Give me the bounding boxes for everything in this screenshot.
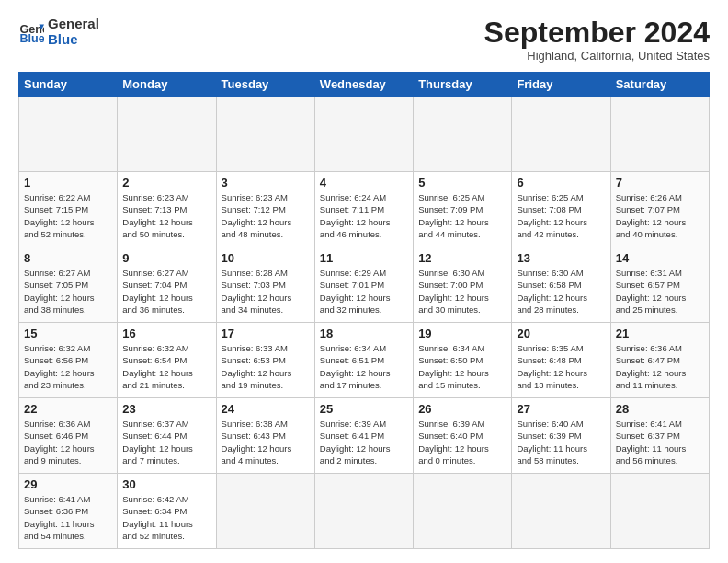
weekday-header-row: SundayMondayTuesdayWednesdayThursdayFrid… [19, 73, 710, 97]
day-info: Sunrise: 6:36 AM Sunset: 6:47 PM Dayligh… [616, 342, 704, 391]
calendar-table: SundayMondayTuesdayWednesdayThursdayFrid… [18, 72, 710, 549]
day-info: Sunrise: 6:27 AM Sunset: 7:04 PM Dayligh… [122, 267, 210, 316]
day-info: Sunrise: 6:30 AM Sunset: 6:58 PM Dayligh… [517, 267, 605, 316]
logo-icon: General Blue [18, 19, 44, 45]
calendar-cell: 15Sunrise: 6:32 AM Sunset: 6:56 PM Dayli… [19, 323, 118, 398]
calendar-cell [512, 97, 610, 172]
calendar-cell: 5Sunrise: 6:25 AM Sunset: 7:09 PM Daylig… [414, 172, 512, 247]
calendar-cell [216, 97, 314, 172]
title-block: September 2024 Highland, California, Uni… [484, 17, 710, 63]
calendar-cell [314, 474, 413, 549]
calendar-week-0 [19, 97, 710, 172]
calendar-cell: 17Sunrise: 6:33 AM Sunset: 6:53 PM Dayli… [216, 323, 314, 398]
day-number: 22 [24, 402, 112, 416]
calendar-cell [512, 474, 610, 549]
day-number: 25 [320, 402, 408, 416]
day-number: 21 [616, 327, 704, 340]
day-info: Sunrise: 6:29 AM Sunset: 7:01 PM Dayligh… [320, 267, 408, 316]
calendar-cell: 22Sunrise: 6:36 AM Sunset: 6:46 PM Dayli… [19, 398, 118, 474]
calendar-cell: 23Sunrise: 6:37 AM Sunset: 6:44 PM Dayli… [118, 398, 216, 474]
calendar-cell: 27Sunrise: 6:40 AM Sunset: 6:39 PM Dayli… [512, 398, 610, 474]
day-number: 19 [418, 327, 506, 340]
day-info: Sunrise: 6:33 AM Sunset: 6:53 PM Dayligh… [222, 342, 310, 391]
weekday-header-thursday: Thursday [414, 73, 512, 97]
day-info: Sunrise: 6:39 AM Sunset: 6:40 PM Dayligh… [418, 418, 506, 466]
calendar-cell [610, 474, 709, 549]
day-number: 8 [24, 251, 112, 265]
logo: General Blue General Blue [18, 17, 99, 47]
day-info: Sunrise: 6:26 AM Sunset: 7:07 PM Dayligh… [616, 191, 704, 240]
day-number: 4 [320, 176, 408, 190]
day-info: Sunrise: 6:32 AM Sunset: 6:54 PM Dayligh… [122, 342, 210, 391]
day-info: Sunrise: 6:38 AM Sunset: 6:43 PM Dayligh… [222, 418, 310, 466]
day-info: Sunrise: 6:42 AM Sunset: 6:34 PM Dayligh… [122, 493, 210, 542]
day-number: 1 [24, 176, 112, 190]
calendar-cell: 26Sunrise: 6:39 AM Sunset: 6:40 PM Dayli… [414, 398, 512, 474]
calendar-week-4: 22Sunrise: 6:36 AM Sunset: 6:46 PM Dayli… [19, 398, 710, 474]
day-number: 16 [122, 327, 210, 340]
day-number: 6 [517, 176, 605, 190]
calendar-cell: 6Sunrise: 6:25 AM Sunset: 7:08 PM Daylig… [512, 172, 610, 247]
day-number: 14 [616, 251, 704, 265]
day-number: 27 [517, 402, 605, 416]
calendar-week-3: 15Sunrise: 6:32 AM Sunset: 6:56 PM Dayli… [19, 323, 710, 398]
day-info: Sunrise: 6:41 AM Sunset: 6:36 PM Dayligh… [24, 493, 112, 542]
calendar-cell [414, 97, 512, 172]
calendar-cell: 25Sunrise: 6:39 AM Sunset: 6:41 PM Dayli… [314, 398, 413, 474]
day-number: 26 [418, 402, 506, 416]
calendar-page: General Blue General Blue September 2024… [0, 0, 728, 563]
day-info: Sunrise: 6:23 AM Sunset: 7:13 PM Dayligh… [122, 191, 210, 240]
day-number: 18 [320, 327, 408, 340]
day-number: 9 [122, 251, 210, 265]
calendar-cell: 16Sunrise: 6:32 AM Sunset: 6:54 PM Dayli… [118, 323, 216, 398]
day-number: 30 [122, 477, 210, 491]
day-number: 20 [517, 327, 605, 340]
calendar-cell [414, 474, 512, 549]
calendar-cell: 3Sunrise: 6:23 AM Sunset: 7:12 PM Daylig… [216, 172, 314, 247]
calendar-cell: 11Sunrise: 6:29 AM Sunset: 7:01 PM Dayli… [314, 247, 413, 323]
calendar-week-5: 29Sunrise: 6:41 AM Sunset: 6:36 PM Dayli… [19, 474, 710, 549]
day-info: Sunrise: 6:39 AM Sunset: 6:41 PM Dayligh… [320, 418, 408, 466]
weekday-header-friday: Friday [512, 73, 610, 97]
logo-general: General [48, 17, 99, 32]
day-info: Sunrise: 6:27 AM Sunset: 7:05 PM Dayligh… [24, 267, 112, 316]
weekday-header-tuesday: Tuesday [216, 73, 314, 97]
day-number: 3 [222, 176, 310, 190]
day-number: 13 [517, 251, 605, 265]
calendar-cell: 1Sunrise: 6:22 AM Sunset: 7:15 PM Daylig… [19, 172, 118, 247]
day-info: Sunrise: 6:35 AM Sunset: 6:48 PM Dayligh… [517, 342, 605, 391]
weekday-header-monday: Monday [118, 73, 216, 97]
calendar-cell: 30Sunrise: 6:42 AM Sunset: 6:34 PM Dayli… [118, 474, 216, 549]
calendar-cell [216, 474, 314, 549]
calendar-cell: 4Sunrise: 6:24 AM Sunset: 7:11 PM Daylig… [314, 172, 413, 247]
day-number: 23 [122, 402, 210, 416]
day-number: 28 [616, 402, 704, 416]
calendar-cell [314, 97, 413, 172]
day-info: Sunrise: 6:25 AM Sunset: 7:09 PM Dayligh… [418, 191, 506, 240]
calendar-cell: 29Sunrise: 6:41 AM Sunset: 6:36 PM Dayli… [19, 474, 118, 549]
calendar-cell: 28Sunrise: 6:41 AM Sunset: 6:37 PM Dayli… [610, 398, 709, 474]
day-info: Sunrise: 6:28 AM Sunset: 7:03 PM Dayligh… [222, 267, 310, 316]
calendar-cell: 24Sunrise: 6:38 AM Sunset: 6:43 PM Dayli… [216, 398, 314, 474]
calendar-cell: 18Sunrise: 6:34 AM Sunset: 6:51 PM Dayli… [314, 323, 413, 398]
day-number: 29 [24, 477, 112, 491]
calendar-cell: 20Sunrise: 6:35 AM Sunset: 6:48 PM Dayli… [512, 323, 610, 398]
calendar-cell: 10Sunrise: 6:28 AM Sunset: 7:03 PM Dayli… [216, 247, 314, 323]
day-info: Sunrise: 6:32 AM Sunset: 6:56 PM Dayligh… [24, 342, 112, 391]
day-info: Sunrise: 6:34 AM Sunset: 6:51 PM Dayligh… [320, 342, 408, 391]
day-number: 10 [222, 251, 310, 265]
day-number: 24 [222, 402, 310, 416]
day-number: 2 [122, 176, 210, 190]
calendar-cell: 14Sunrise: 6:31 AM Sunset: 6:57 PM Dayli… [610, 247, 709, 323]
calendar-cell: 8Sunrise: 6:27 AM Sunset: 7:05 PM Daylig… [19, 247, 118, 323]
day-info: Sunrise: 6:25 AM Sunset: 7:08 PM Dayligh… [517, 191, 605, 240]
day-info: Sunrise: 6:36 AM Sunset: 6:46 PM Dayligh… [24, 418, 112, 466]
day-info: Sunrise: 6:24 AM Sunset: 7:11 PM Dayligh… [320, 191, 408, 240]
calendar-cell: 21Sunrise: 6:36 AM Sunset: 6:47 PM Dayli… [610, 323, 709, 398]
logo-blue: Blue [48, 32, 99, 48]
calendar-cell: 13Sunrise: 6:30 AM Sunset: 6:58 PM Dayli… [512, 247, 610, 323]
month-title: September 2024 [484, 17, 710, 49]
day-number: 7 [616, 176, 704, 190]
calendar-cell [610, 97, 709, 172]
day-number: 5 [418, 176, 506, 190]
